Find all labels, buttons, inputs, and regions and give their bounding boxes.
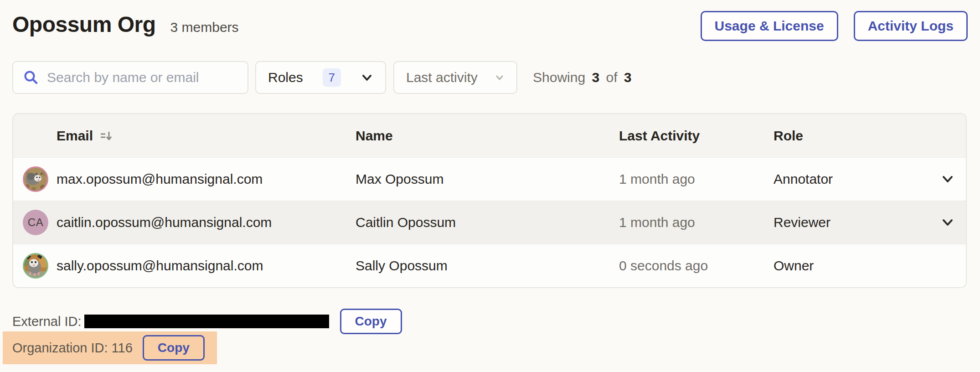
page-header: Opossum Org 3 members (12, 12, 239, 37)
external-id-copy-button[interactable]: Copy (340, 309, 402, 334)
search-icon (23, 70, 39, 85)
sort-descending-icon (99, 129, 113, 143)
member-role: Reviewer (774, 215, 966, 230)
member-role: Owner (774, 258, 966, 274)
member-last-activity: 1 month ago (619, 171, 774, 187)
organization-id-row: Organization ID: 116 Copy (3, 331, 217, 364)
column-header-email-label: Email (57, 128, 93, 144)
avatar (23, 253, 48, 279)
member-last-activity: 0 seconds ago (619, 258, 774, 274)
search-input[interactable] (47, 70, 237, 85)
organization-id-copy-button[interactable]: Copy (143, 335, 205, 361)
member-name: Caitlin Opossum (356, 215, 619, 230)
header-actions: Usage & License Activity Logs (701, 11, 968, 41)
column-header-email[interactable]: Email (13, 128, 356, 144)
members-count: 3 members (170, 20, 239, 35)
member-name: Max Opossum (356, 171, 619, 187)
activity-logs-button[interactable]: Activity Logs (854, 11, 968, 41)
usage-license-button[interactable]: Usage & License (701, 11, 838, 41)
table-header-row: Email Name Last Activity Role (13, 114, 966, 157)
filter-row: Roles 7 Last activity Showing 3 of 3 (12, 61, 632, 94)
showing-count: 3 (592, 70, 599, 85)
showing-prefix: Showing (533, 70, 585, 85)
column-header-name[interactable]: Name (356, 128, 619, 144)
roles-dropdown[interactable]: Roles 7 (255, 61, 386, 94)
last-activity-dropdown-label: Last activity (406, 70, 478, 85)
external-id-row: External ID: Copy (12, 309, 402, 334)
column-header-last-activity[interactable]: Last Activity (619, 128, 774, 144)
members-table: Email Name Last Activity Role (12, 113, 967, 288)
member-last-activity: 1 month ago (619, 215, 774, 230)
member-role: Annotator (774, 171, 966, 187)
showing-of: of (606, 70, 617, 85)
column-header-role[interactable]: Role (774, 128, 966, 144)
showing-count-text: Showing 3 of 3 (533, 70, 632, 85)
avatar (23, 166, 48, 192)
external-id-label: External ID: (12, 314, 82, 329)
page-title: Opossum Org (12, 12, 156, 37)
roles-dropdown-label: Roles (268, 70, 303, 85)
showing-total: 3 (624, 70, 632, 85)
last-activity-dropdown[interactable]: Last activity (393, 61, 517, 94)
chevron-down-icon (361, 71, 373, 84)
roles-count-badge: 7 (323, 68, 341, 87)
role-chevron-down-icon[interactable] (940, 172, 955, 186)
member-row-caitlin[interactable]: CA caitlin.opossum@humansignal.com Caitl… (13, 201, 966, 244)
member-email: sally.opossum@humansignal.com (57, 258, 263, 274)
member-name: Sally Opossum (356, 258, 619, 274)
chevron-down-icon (495, 72, 505, 83)
search-box[interactable] (12, 61, 248, 94)
member-row-max[interactable]: max.opossum@humansignal.com Max Opossum … (13, 157, 966, 201)
member-email: caitlin.opossum@humansignal.com (57, 215, 272, 230)
organization-id-label: Organization ID: 116 (12, 341, 133, 356)
member-row-sally[interactable]: sally.opossum@humansignal.com Sally Opos… (13, 244, 966, 287)
external-id-redacted-value (84, 315, 329, 328)
avatar: CA (23, 210, 48, 235)
role-chevron-down-icon[interactable] (940, 215, 955, 230)
member-email: max.opossum@humansignal.com (57, 171, 263, 187)
